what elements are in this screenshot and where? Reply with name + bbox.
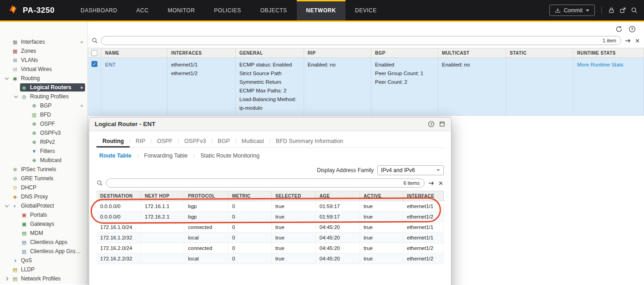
dialog-help-icon[interactable]: ? (428, 121, 435, 127)
route-cell-destination: 0.0.0.0/0 (96, 212, 141, 222)
column-header-multicast[interactable]: MULTICAST (438, 48, 506, 57)
sidebar-item-qos[interactable]: ◑QoS (0, 256, 87, 265)
column-header-rip[interactable]: RIP (304, 48, 371, 57)
tab-monitor[interactable]: MONITOR (158, 0, 204, 20)
sidebar-item-vlans[interactable]: ⊞VLANs (0, 56, 87, 65)
tab-ospfv3[interactable]: OSPFv3 (178, 135, 212, 148)
route-table-row[interactable]: 172.16.1.0/24connected0true04:45:20truee… (96, 222, 444, 233)
sidebar-item-logical-routers[interactable]: ◉Logical Routers (0, 83, 87, 92)
chevron-down-icon[interactable] (3, 77, 11, 79)
tab-objects[interactable]: OBJECTS (251, 0, 297, 20)
tab-dashboard[interactable]: DASHBOARD (71, 0, 127, 20)
router-name-link[interactable]: ENT (105, 62, 116, 67)
sidebar-item-bfd[interactable]: ▥BFD (0, 110, 87, 119)
chevron-down-icon[interactable] (12, 96, 20, 97)
tab-ospf[interactable]: OSPF (151, 135, 178, 148)
column-header-runtime-stats[interactable]: RUNTIME STATS (573, 48, 644, 57)
search-input[interactable]: 1 item (101, 36, 621, 45)
sidebar-item-ospfv3[interactable]: ⊕OSPFv3 (0, 128, 87, 137)
sidebar-item-portals[interactable]: ▣Portals (0, 210, 87, 219)
select-all-checkbox[interactable] (88, 48, 101, 57)
sidebar-item-virtual-wires[interactable]: ⊟Virtual Wires (0, 65, 87, 74)
sidebar-item-node: ▥Clientless App Groups (20, 247, 85, 255)
more-runtime-stats-link[interactable]: More Runtime Stats (577, 62, 624, 67)
dialog-maximize-icon[interactable] (439, 121, 446, 127)
sidebar-item-gre-tunnels[interactable]: ⊘GRE Tunnels (0, 174, 87, 183)
search-clear-icon[interactable] (438, 180, 444, 186)
sidebar-item-clientless-apps[interactable]: ▤Clientless Apps (0, 238, 87, 247)
subtab-static-route-monitoring[interactable]: Static Route Monitoring (194, 152, 266, 160)
search-go-icon[interactable] (428, 180, 435, 187)
sidebar-item-routing[interactable]: ◉Routing (0, 74, 87, 83)
route-table-row[interactable]: 172.16.2.0/24connected0true04:45:20truee… (96, 243, 444, 254)
column-header-next-hop[interactable]: NEXT HOP (141, 191, 184, 201)
route-table-row[interactable]: 172.16.2.2/32local0true04:45:20trueether… (96, 254, 444, 264)
sidebar-item-routing-profiles[interactable]: ◎Routing Profiles (0, 92, 87, 101)
tab-acc[interactable]: ACC (127, 0, 158, 20)
sidebar-item-bgp[interactable]: ⊕BGP (0, 101, 87, 110)
column-header-interfaces[interactable]: INTERFACES (167, 48, 236, 57)
sidebar-item-interfaces[interactable]: ▦Interfaces (0, 37, 87, 46)
tab-bgp[interactable]: BGP (212, 135, 235, 148)
column-header-general[interactable]: GENERAL (236, 48, 304, 57)
tab-device[interactable]: DEVICE (345, 0, 386, 20)
commit-button[interactable]: Commit (549, 5, 595, 16)
search-clear-icon[interactable] (634, 38, 640, 44)
route-cell-age: 01:59:17 (316, 212, 360, 222)
route-cell-age: 04:45:20 (316, 222, 360, 232)
sidebar-item-ipsec-tunnels[interactable]: ⊗IPSec Tunnels (0, 165, 87, 174)
tab-network[interactable]: NETWORK (297, 0, 346, 20)
route-table-row[interactable]: 0.0.0.0/0172.16.1.1bgp0true01:59:17truee… (96, 201, 444, 212)
subtab-forwarding-table[interactable]: Forwarding Table (138, 152, 194, 160)
column-header-protocol[interactable]: PROTOCOL (184, 191, 228, 201)
address-family-select[interactable]: IPv4 and IPv6 (377, 165, 444, 175)
route-cell-interface: ethernet1/1 (403, 233, 444, 243)
column-header-selected[interactable]: SELECTED (272, 191, 316, 201)
chevron-right-icon[interactable] (3, 277, 11, 280)
sidebar-item-mdm[interactable]: ▤MDM (0, 229, 87, 238)
sidebar-item-globalprotect[interactable]: ◐GlobalProtect (0, 201, 87, 210)
logical-router-dialog: Logical Router - ENT ? Routing RIP OSPF … (89, 117, 451, 285)
search-text-input[interactable] (106, 37, 603, 44)
sidebar-item-multicast[interactable]: ⊕Multicast (0, 156, 87, 165)
sidebar-item-zones[interactable]: ▩Zones (0, 46, 87, 56)
config-lock-icon[interactable] (608, 7, 615, 14)
route-search-text-input[interactable] (111, 179, 404, 187)
search-go-icon[interactable] (624, 37, 631, 44)
column-header-age[interactable]: AGE (316, 191, 360, 201)
sidebar-item-network-profiles[interactable]: ▤Network Profiles (0, 274, 87, 283)
tab-multicast[interactable]: Multicast (236, 135, 270, 148)
tab-rip[interactable]: RIP (130, 135, 151, 148)
row-checkbox[interactable] (91, 61, 97, 67)
sidebar-item-filters[interactable]: ▼Filters (0, 147, 87, 156)
column-header-destination[interactable]: DESTINATION (96, 191, 141, 201)
sidebar-item-dhcp[interactable]: ⊙DHCP (0, 183, 87, 192)
route-search-input[interactable]: 6 items (106, 178, 425, 188)
sidebar-item-gateways[interactable]: ▣Gateways (0, 219, 87, 229)
column-header-metric[interactable]: METRIC (228, 191, 272, 201)
column-header-active[interactable]: ACTIVE (360, 191, 403, 201)
help-icon[interactable]: ? (629, 25, 636, 33)
route-table-row[interactable]: 0.0.0.0/0172.16.2.1bgp0true01:59:17truee… (96, 212, 444, 222)
tab-bfd-summary[interactable]: BFD Summary Information (270, 135, 349, 148)
file-transfer-icon[interactable] (619, 7, 626, 14)
subtab-route-table[interactable]: Route Table (96, 152, 138, 160)
sidebar-item-lldp[interactable]: ▤LLDP (0, 265, 87, 274)
sidebar-item-dns-proxy[interactable]: ◈DNS Proxy (0, 192, 87, 201)
app-root: PA-3250 DASHBOARD ACC MONITOR POLICIES O… (0, 0, 644, 285)
column-header-interface[interactable]: INTERFACE (403, 191, 444, 201)
tab-routing[interactable]: Routing (96, 135, 130, 148)
dialog-titlebar[interactable]: Logical Router - ENT ? (89, 117, 451, 131)
sidebar-item-ospf[interactable]: ⊕OSPF (0, 119, 87, 128)
refresh-icon[interactable] (615, 25, 623, 33)
column-header-name[interactable]: NAME (101, 48, 167, 57)
chevron-down-icon[interactable] (3, 205, 11, 207)
table-row-ent[interactable]: ENT ethernet1/1 ethernet1/2 ECMP status:… (88, 58, 644, 116)
sidebar-item-clientless-app-groups[interactable]: ▥Clientless App Groups (0, 247, 87, 256)
column-header-bgp[interactable]: BGP (371, 48, 438, 57)
route-table-row[interactable]: 172.16.1.2/32local0true04:45:20trueether… (96, 233, 444, 243)
global-find-icon[interactable] (631, 7, 638, 14)
tab-policies[interactable]: POLICIES (204, 0, 250, 20)
sidebar-item-ripv2[interactable]: ⊕RIPv2 (0, 137, 87, 147)
column-header-static[interactable]: STATIC (506, 48, 573, 57)
